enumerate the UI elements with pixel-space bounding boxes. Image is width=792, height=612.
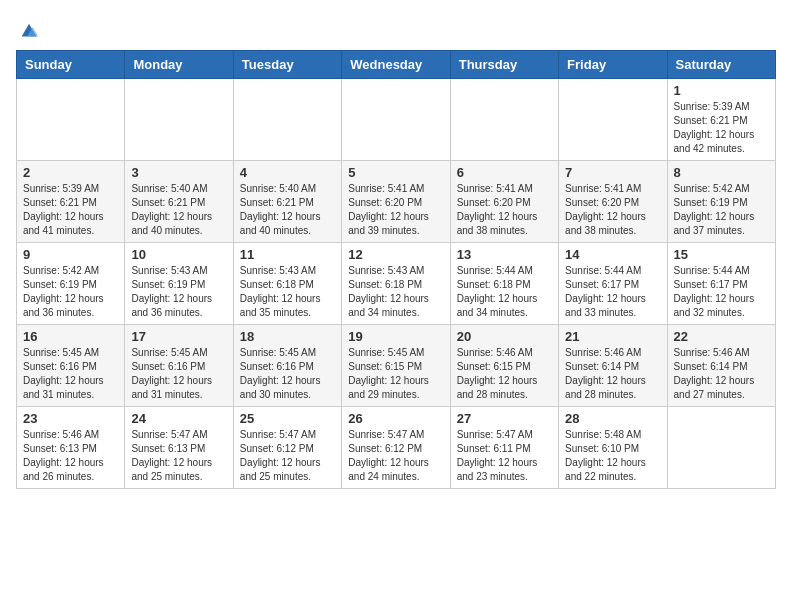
day-info: Sunrise: 5:46 AM Sunset: 6:15 PM Dayligh… (457, 346, 552, 402)
calendar-cell: 28Sunrise: 5:48 AM Sunset: 6:10 PM Dayli… (559, 407, 667, 489)
day-info: Sunrise: 5:45 AM Sunset: 6:15 PM Dayligh… (348, 346, 443, 402)
calendar-cell (125, 79, 233, 161)
day-info: Sunrise: 5:42 AM Sunset: 6:19 PM Dayligh… (674, 182, 769, 238)
week-row-1: 1Sunrise: 5:39 AM Sunset: 6:21 PM Daylig… (17, 79, 776, 161)
calendar-cell: 18Sunrise: 5:45 AM Sunset: 6:16 PM Dayli… (233, 325, 341, 407)
day-number: 10 (131, 247, 226, 262)
calendar-cell: 19Sunrise: 5:45 AM Sunset: 6:15 PM Dayli… (342, 325, 450, 407)
day-number: 1 (674, 83, 769, 98)
day-info: Sunrise: 5:41 AM Sunset: 6:20 PM Dayligh… (348, 182, 443, 238)
day-number: 27 (457, 411, 552, 426)
logo (16, 20, 40, 42)
calendar-cell (342, 79, 450, 161)
day-info: Sunrise: 5:42 AM Sunset: 6:19 PM Dayligh… (23, 264, 118, 320)
day-number: 12 (348, 247, 443, 262)
day-number: 26 (348, 411, 443, 426)
weekday-header-monday: Monday (125, 51, 233, 79)
day-info: Sunrise: 5:45 AM Sunset: 6:16 PM Dayligh… (23, 346, 118, 402)
day-info: Sunrise: 5:40 AM Sunset: 6:21 PM Dayligh… (240, 182, 335, 238)
day-number: 23 (23, 411, 118, 426)
day-number: 2 (23, 165, 118, 180)
day-info: Sunrise: 5:44 AM Sunset: 6:17 PM Dayligh… (565, 264, 660, 320)
calendar-cell (667, 407, 775, 489)
day-number: 16 (23, 329, 118, 344)
day-info: Sunrise: 5:44 AM Sunset: 6:17 PM Dayligh… (674, 264, 769, 320)
day-info: Sunrise: 5:46 AM Sunset: 6:14 PM Dayligh… (565, 346, 660, 402)
calendar-cell: 1Sunrise: 5:39 AM Sunset: 6:21 PM Daylig… (667, 79, 775, 161)
calendar-cell: 22Sunrise: 5:46 AM Sunset: 6:14 PM Dayli… (667, 325, 775, 407)
calendar-cell (559, 79, 667, 161)
calendar-cell: 8Sunrise: 5:42 AM Sunset: 6:19 PM Daylig… (667, 161, 775, 243)
calendar: SundayMondayTuesdayWednesdayThursdayFrid… (16, 50, 776, 489)
day-number: 19 (348, 329, 443, 344)
day-info: Sunrise: 5:43 AM Sunset: 6:18 PM Dayligh… (348, 264, 443, 320)
weekday-header-tuesday: Tuesday (233, 51, 341, 79)
weekday-header-saturday: Saturday (667, 51, 775, 79)
day-info: Sunrise: 5:45 AM Sunset: 6:16 PM Dayligh… (240, 346, 335, 402)
calendar-cell: 14Sunrise: 5:44 AM Sunset: 6:17 PM Dayli… (559, 243, 667, 325)
day-number: 22 (674, 329, 769, 344)
day-number: 5 (348, 165, 443, 180)
calendar-cell: 4Sunrise: 5:40 AM Sunset: 6:21 PM Daylig… (233, 161, 341, 243)
logo-icon (18, 20, 40, 42)
calendar-cell: 5Sunrise: 5:41 AM Sunset: 6:20 PM Daylig… (342, 161, 450, 243)
day-info: Sunrise: 5:47 AM Sunset: 6:11 PM Dayligh… (457, 428, 552, 484)
day-info: Sunrise: 5:45 AM Sunset: 6:16 PM Dayligh… (131, 346, 226, 402)
day-number: 28 (565, 411, 660, 426)
calendar-cell: 7Sunrise: 5:41 AM Sunset: 6:20 PM Daylig… (559, 161, 667, 243)
weekday-header-wednesday: Wednesday (342, 51, 450, 79)
calendar-cell: 6Sunrise: 5:41 AM Sunset: 6:20 PM Daylig… (450, 161, 558, 243)
day-number: 24 (131, 411, 226, 426)
week-row-5: 23Sunrise: 5:46 AM Sunset: 6:13 PM Dayli… (17, 407, 776, 489)
calendar-cell: 16Sunrise: 5:45 AM Sunset: 6:16 PM Dayli… (17, 325, 125, 407)
day-info: Sunrise: 5:39 AM Sunset: 6:21 PM Dayligh… (674, 100, 769, 156)
day-info: Sunrise: 5:39 AM Sunset: 6:21 PM Dayligh… (23, 182, 118, 238)
day-info: Sunrise: 5:46 AM Sunset: 6:13 PM Dayligh… (23, 428, 118, 484)
day-number: 17 (131, 329, 226, 344)
header (16, 16, 776, 42)
calendar-cell: 13Sunrise: 5:44 AM Sunset: 6:18 PM Dayli… (450, 243, 558, 325)
day-number: 4 (240, 165, 335, 180)
weekday-header-sunday: Sunday (17, 51, 125, 79)
day-info: Sunrise: 5:46 AM Sunset: 6:14 PM Dayligh… (674, 346, 769, 402)
week-row-3: 9Sunrise: 5:42 AM Sunset: 6:19 PM Daylig… (17, 243, 776, 325)
calendar-cell: 20Sunrise: 5:46 AM Sunset: 6:15 PM Dayli… (450, 325, 558, 407)
day-info: Sunrise: 5:47 AM Sunset: 6:12 PM Dayligh… (240, 428, 335, 484)
day-number: 3 (131, 165, 226, 180)
calendar-cell: 23Sunrise: 5:46 AM Sunset: 6:13 PM Dayli… (17, 407, 125, 489)
day-info: Sunrise: 5:43 AM Sunset: 6:19 PM Dayligh… (131, 264, 226, 320)
day-info: Sunrise: 5:47 AM Sunset: 6:12 PM Dayligh… (348, 428, 443, 484)
day-number: 21 (565, 329, 660, 344)
day-info: Sunrise: 5:43 AM Sunset: 6:18 PM Dayligh… (240, 264, 335, 320)
calendar-cell (17, 79, 125, 161)
day-info: Sunrise: 5:40 AM Sunset: 6:21 PM Dayligh… (131, 182, 226, 238)
calendar-cell: 27Sunrise: 5:47 AM Sunset: 6:11 PM Dayli… (450, 407, 558, 489)
calendar-cell: 17Sunrise: 5:45 AM Sunset: 6:16 PM Dayli… (125, 325, 233, 407)
day-info: Sunrise: 5:41 AM Sunset: 6:20 PM Dayligh… (565, 182, 660, 238)
day-number: 14 (565, 247, 660, 262)
calendar-cell: 26Sunrise: 5:47 AM Sunset: 6:12 PM Dayli… (342, 407, 450, 489)
day-number: 11 (240, 247, 335, 262)
weekday-header-row: SundayMondayTuesdayWednesdayThursdayFrid… (17, 51, 776, 79)
day-number: 7 (565, 165, 660, 180)
calendar-cell: 9Sunrise: 5:42 AM Sunset: 6:19 PM Daylig… (17, 243, 125, 325)
calendar-cell: 21Sunrise: 5:46 AM Sunset: 6:14 PM Dayli… (559, 325, 667, 407)
day-number: 20 (457, 329, 552, 344)
calendar-cell (450, 79, 558, 161)
day-number: 8 (674, 165, 769, 180)
calendar-cell: 10Sunrise: 5:43 AM Sunset: 6:19 PM Dayli… (125, 243, 233, 325)
calendar-cell: 25Sunrise: 5:47 AM Sunset: 6:12 PM Dayli… (233, 407, 341, 489)
calendar-cell: 3Sunrise: 5:40 AM Sunset: 6:21 PM Daylig… (125, 161, 233, 243)
calendar-cell: 24Sunrise: 5:47 AM Sunset: 6:13 PM Dayli… (125, 407, 233, 489)
calendar-cell: 2Sunrise: 5:39 AM Sunset: 6:21 PM Daylig… (17, 161, 125, 243)
day-number: 15 (674, 247, 769, 262)
calendar-cell: 11Sunrise: 5:43 AM Sunset: 6:18 PM Dayli… (233, 243, 341, 325)
day-number: 6 (457, 165, 552, 180)
calendar-cell: 15Sunrise: 5:44 AM Sunset: 6:17 PM Dayli… (667, 243, 775, 325)
day-info: Sunrise: 5:41 AM Sunset: 6:20 PM Dayligh… (457, 182, 552, 238)
day-number: 13 (457, 247, 552, 262)
week-row-2: 2Sunrise: 5:39 AM Sunset: 6:21 PM Daylig… (17, 161, 776, 243)
day-number: 9 (23, 247, 118, 262)
calendar-cell (233, 79, 341, 161)
week-row-4: 16Sunrise: 5:45 AM Sunset: 6:16 PM Dayli… (17, 325, 776, 407)
